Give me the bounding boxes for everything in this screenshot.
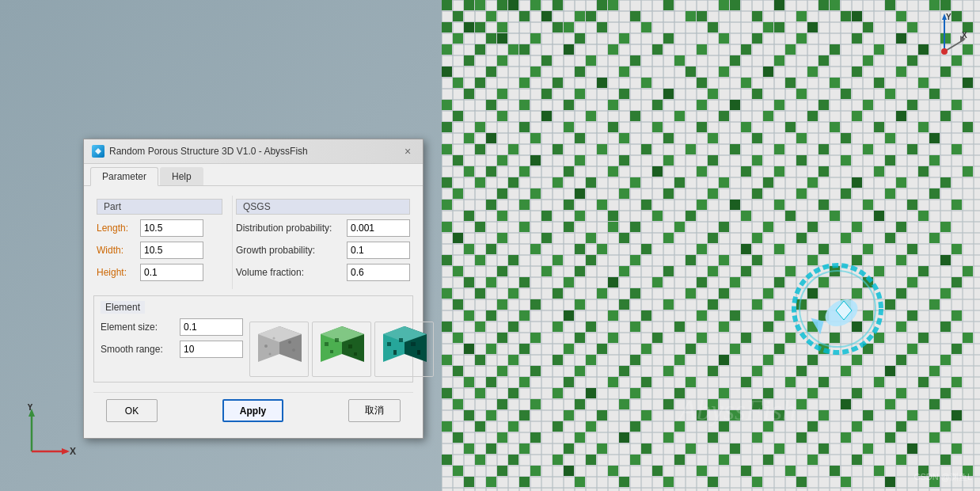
ok-button[interactable]: OK — [106, 399, 158, 422]
svg-rect-405 — [464, 344, 474, 354]
svg-rect-412 — [730, 344, 740, 354]
field-row-width: Width: — [97, 242, 222, 259]
svg-rect-255 — [575, 211, 585, 221]
svg-rect-66 — [519, 44, 530, 55]
svg-rect-230 — [575, 188, 585, 199]
svg-rect-432 — [497, 366, 507, 376]
svg-rect-3 — [464, 0, 474, 10]
tab-parameter[interactable]: Parameter — [90, 167, 158, 186]
svg-rect-48 — [907, 22, 917, 32]
svg-rect-232 — [663, 188, 674, 199]
svg-rect-555 — [874, 466, 884, 476]
svg-rect-484 — [564, 410, 574, 421]
svg-rect-507 — [453, 432, 463, 443]
element-fields: Element size: Smooth range: — [101, 318, 243, 363]
svg-rect-225 — [896, 177, 906, 188]
svg-rect-170 — [708, 133, 718, 143]
svg-rect-179 — [553, 144, 563, 154]
close-button[interactable]: × — [401, 144, 415, 158]
svg-rect-29 — [752, 11, 762, 21]
svg-rect-370 — [608, 310, 618, 321]
svg-rect-397 — [652, 333, 663, 343]
length-input[interactable] — [140, 219, 203, 237]
svg-rect-119 — [663, 89, 674, 99]
dialog-body: Part Length: Width: Height: QSGS D — [84, 186, 423, 438]
svg-rect-436 — [663, 366, 674, 376]
svg-rect-549 — [608, 466, 618, 476]
svg-rect-149 — [896, 111, 906, 121]
element-size-input[interactable] — [180, 318, 243, 336]
svg-rect-509 — [530, 432, 541, 443]
svg-rect-526 — [730, 443, 740, 454]
svg-rect-605 — [354, 352, 357, 356]
svg-rect-72 — [785, 44, 796, 55]
svg-rect-518 — [929, 432, 940, 443]
svg-rect-477 — [796, 399, 807, 409]
svg-rect-51 — [486, 33, 496, 44]
width-input[interactable] — [140, 242, 203, 259]
svg-rect-184 — [774, 144, 784, 154]
svg-marker-589 — [95, 148, 101, 154]
svg-rect-163 — [963, 122, 973, 132]
svg-rect-68 — [608, 44, 618, 55]
svg-rect-128 — [519, 100, 530, 110]
svg-rect-337 — [819, 277, 829, 287]
svg-rect-439 — [796, 366, 807, 376]
svg-rect-372 — [697, 310, 707, 321]
svg-marker-586 — [62, 448, 70, 455]
svg-rect-126 — [442, 100, 452, 110]
svg-rect-181 — [641, 144, 651, 154]
csdn-watermark: CSDN @渊鱼L — [914, 471, 972, 483]
width-label: Width: — [97, 245, 140, 256]
cancel-button[interactable]: 取消 — [348, 399, 401, 422]
svg-rect-308 — [686, 255, 696, 265]
element-section: Element Element size: Smooth range: — [93, 295, 413, 383]
svg-rect-306 — [586, 255, 596, 265]
svg-rect-365 — [929, 299, 940, 310]
vol-frac-input[interactable] — [347, 264, 410, 281]
svg-rect-183 — [730, 144, 740, 154]
svg-rect-466 — [852, 388, 862, 398]
svg-rect-390 — [896, 322, 906, 332]
svg-rect-268 — [608, 222, 618, 232]
apply-button[interactable]: Apply — [222, 399, 283, 422]
svg-text:Y: Y — [946, 13, 952, 21]
height-input[interactable] — [140, 264, 203, 281]
svg-rect-197 — [796, 155, 807, 166]
svg-rect-151 — [442, 122, 452, 132]
svg-rect-531 — [952, 443, 962, 454]
svg-rect-435 — [619, 366, 629, 376]
svg-rect-416 — [907, 344, 917, 354]
svg-rect-241 — [519, 200, 530, 210]
svg-rect-281 — [619, 233, 629, 243]
svg-rect-471 — [530, 399, 541, 409]
svg-rect-310 — [752, 255, 762, 265]
svg-rect-189 — [453, 155, 463, 166]
svg-rect-541 — [807, 455, 818, 465]
svg-rect-253 — [497, 211, 507, 221]
svg-rect-141 — [541, 111, 552, 121]
svg-rect-345 — [597, 288, 607, 299]
smooth-range-input[interactable] — [180, 341, 243, 358]
svg-rect-469 — [453, 399, 463, 409]
svg-rect-19 — [940, 0, 951, 10]
length-label: Length: — [97, 223, 140, 234]
svg-rect-95 — [719, 67, 729, 77]
dist-prob-input[interactable] — [347, 219, 410, 237]
svg-rect-40 — [564, 22, 574, 32]
svg-rect-429 — [896, 355, 906, 365]
tab-help[interactable]: Help — [160, 167, 203, 185]
svg-rect-132 — [697, 100, 707, 110]
svg-rect-492 — [907, 410, 917, 421]
svg-rect-265 — [475, 222, 485, 232]
svg-rect-458 — [508, 388, 518, 398]
svg-rect-515 — [796, 432, 807, 443]
growth-prob-input[interactable] — [347, 242, 410, 259]
svg-rect-297 — [774, 244, 784, 254]
svg-rect-190 — [497, 155, 507, 166]
svg-rect-54 — [575, 33, 585, 44]
svg-text:Y: Y — [27, 404, 33, 413]
svg-rect-483 — [519, 410, 530, 421]
svg-rect-360 — [708, 299, 718, 310]
svg-rect-102 — [475, 78, 485, 88]
